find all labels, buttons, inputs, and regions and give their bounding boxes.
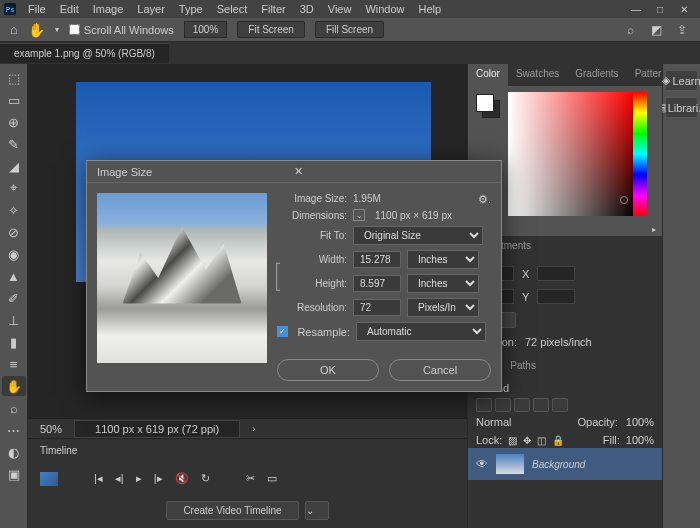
transition-icon[interactable]: ▭	[267, 472, 277, 485]
doc-info[interactable]: 1100 px x 619 px (72 ppi)	[74, 420, 240, 438]
tool-17[interactable]: ◐	[2, 442, 26, 462]
menu-edit[interactable]: Edit	[54, 1, 85, 17]
resolution-field[interactable]	[353, 299, 401, 316]
menu-layer[interactable]: Layer	[131, 1, 171, 17]
menu-select[interactable]: Select	[211, 1, 254, 17]
next-frame-icon[interactable]: |▸	[154, 472, 163, 485]
fill-screen-button[interactable]: Fill Screen	[315, 21, 384, 38]
fit-screen-button[interactable]: Fit Screen	[237, 21, 305, 38]
resample-checkbox[interactable]: ✓	[277, 326, 288, 337]
filter-pixel-icon[interactable]	[476, 398, 492, 412]
tool-1[interactable]: ▭	[2, 90, 26, 110]
lock-all-icon[interactable]: 🔒	[552, 435, 564, 446]
tool-2[interactable]: ⊕	[2, 112, 26, 132]
tab-paths[interactable]: Paths	[502, 356, 544, 378]
minimize-button[interactable]: ―	[630, 3, 642, 15]
hand-tool-icon[interactable]: ✋	[28, 22, 45, 38]
lock-pixels-icon[interactable]: ▨	[508, 435, 517, 446]
hue-slider[interactable]	[633, 92, 647, 216]
filter-adjust-icon[interactable]	[495, 398, 511, 412]
y-field[interactable]	[537, 289, 575, 304]
play-icon[interactable]: ▸	[136, 472, 142, 485]
color-field[interactable]	[508, 92, 634, 216]
go-start-icon[interactable]: |◂	[94, 472, 103, 485]
cut-icon[interactable]: ✂	[246, 472, 255, 485]
menu-file[interactable]: File	[22, 1, 52, 17]
height-field[interactable]	[353, 275, 401, 292]
height-unit-select[interactable]: Inches	[407, 274, 479, 293]
menu-window[interactable]: Window	[359, 1, 410, 17]
share-icon[interactable]: ⇪	[674, 22, 690, 38]
menu-image[interactable]: Image	[87, 1, 130, 17]
link-icon[interactable]: ⎡⎣	[275, 263, 281, 291]
scroll-all-checkbox[interactable]: Scroll All Windows	[69, 24, 174, 36]
prev-frame-icon[interactable]: ◂|	[115, 472, 124, 485]
tool-6[interactable]: ✧	[2, 200, 26, 220]
resolution-unit-select[interactable]: Pixels/Inch	[407, 298, 479, 317]
learn-panel-button[interactable]: ◈Learn	[665, 70, 698, 91]
home-icon[interactable]: ⌂	[10, 22, 18, 37]
filter-shape-icon[interactable]	[533, 398, 549, 412]
search-icon[interactable]: ⌕	[622, 22, 638, 38]
menu-3d[interactable]: 3D	[294, 1, 320, 17]
tool-10[interactable]: ✐	[2, 288, 26, 308]
tab-gradients[interactable]: Gradients	[567, 64, 626, 86]
tool-16[interactable]: ⋯	[2, 420, 26, 440]
opacity-value[interactable]: 100%	[626, 416, 654, 428]
libraries-panel-button[interactable]: ▤Librari...	[665, 97, 698, 118]
layer-thumbnail[interactable]	[496, 454, 524, 474]
ok-button[interactable]: OK	[277, 359, 379, 381]
tool-9[interactable]: ▲	[2, 266, 26, 286]
workspace-icon[interactable]: ◩	[648, 22, 664, 38]
menu-filter[interactable]: Filter	[255, 1, 291, 17]
fill-value[interactable]: 100%	[626, 434, 654, 446]
dialog-titlebar[interactable]: Image Size ✕	[87, 161, 501, 183]
tool-8[interactable]: ◉	[2, 244, 26, 264]
cancel-button[interactable]: Cancel	[389, 359, 491, 381]
width-field[interactable]	[353, 251, 401, 268]
fit-to-select[interactable]: Original Size	[353, 226, 483, 245]
blend-mode-select[interactable]: Normal	[476, 416, 511, 428]
status-chevron-icon[interactable]: ›	[252, 424, 255, 434]
tool-0[interactable]: ⬚	[2, 68, 26, 88]
tool-7[interactable]: ⊘	[2, 222, 26, 242]
layer-name[interactable]: Background	[532, 459, 585, 470]
tool-14[interactable]: ✋	[2, 376, 26, 396]
tool-11[interactable]: ⊥	[2, 310, 26, 330]
tool-13[interactable]: ≡	[2, 354, 26, 374]
filter-type-icon[interactable]	[514, 398, 530, 412]
close-button[interactable]: ✕	[678, 3, 690, 15]
timeline-dropdown-icon[interactable]: ⌄	[305, 501, 329, 520]
visibility-icon[interactable]: 👁	[476, 457, 488, 471]
preview-thumbnail[interactable]	[97, 193, 267, 363]
menu-view[interactable]: View	[322, 1, 358, 17]
tool-18[interactable]: ▣	[2, 464, 26, 484]
document-tab[interactable]: example 1.png @ 50% (RGB/8)	[0, 43, 169, 63]
foreground-swatch[interactable]	[476, 94, 494, 112]
dropdown-icon[interactable]: ▾	[55, 25, 59, 34]
menu-type[interactable]: Type	[173, 1, 209, 17]
layer-row[interactable]: 👁 Background	[468, 448, 662, 480]
tool-12[interactable]: ▮	[2, 332, 26, 352]
tab-swatches[interactable]: Swatches	[508, 64, 567, 86]
mute-icon[interactable]: 🔇	[175, 472, 189, 485]
loop-icon[interactable]: ↻	[201, 472, 210, 485]
dialog-close-icon[interactable]: ✕	[294, 165, 491, 178]
dimensions-dropdown-icon[interactable]: ⌄	[353, 209, 365, 221]
gear-icon[interactable]: ⚙.	[478, 193, 491, 206]
lock-artboard-icon[interactable]: ◫	[537, 435, 546, 446]
x-field[interactable]	[537, 266, 575, 281]
lock-position-icon[interactable]: ✥	[523, 435, 531, 446]
zoom-field[interactable]: 100%	[184, 21, 228, 38]
tool-5[interactable]: ⌖	[2, 178, 26, 198]
filter-smart-icon[interactable]	[552, 398, 568, 412]
tool-3[interactable]: ✎	[2, 134, 26, 154]
tab-color[interactable]: Color	[468, 64, 508, 86]
width-unit-select[interactable]: Inches	[407, 250, 479, 269]
maximize-button[interactable]: □	[654, 3, 666, 15]
menu-help[interactable]: Help	[413, 1, 448, 17]
create-timeline-button[interactable]: Create Video Timeline	[166, 501, 298, 520]
resample-select[interactable]: Automatic	[356, 322, 486, 341]
tool-4[interactable]: ◢	[2, 156, 26, 176]
tool-15[interactable]: ⌕	[2, 398, 26, 418]
